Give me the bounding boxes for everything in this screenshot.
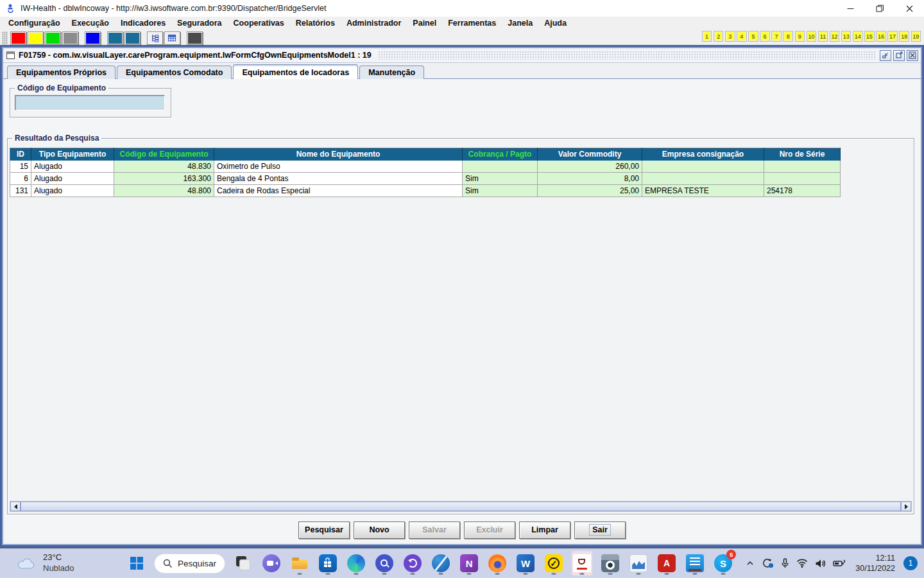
frame-close-icon[interactable] [907, 50, 918, 61]
menu-seguradora[interactable]: Seguradora [171, 19, 227, 28]
tab-equipamentos-de-locadoras[interactable]: Equipamentos de locadoras [233, 64, 358, 79]
acrobat-reader-taskbar-button[interactable]: A [656, 551, 677, 575]
green-tool-button[interactable] [45, 31, 61, 45]
shortcut-button-9[interactable]: 9 [795, 31, 805, 42]
onenote-taskbar-button[interactable]: N [459, 551, 479, 575]
taskbar-clock[interactable]: 12:11 30/11/2022 [855, 553, 895, 574]
tab-manutencao[interactable]: Manutenção [359, 66, 424, 79]
column-header-nome-do-equipamento[interactable]: Nome do Equipamento [214, 148, 463, 161]
column-header-nro-de-serie[interactable]: Nro de Série [764, 148, 841, 161]
shortcut-button-11[interactable]: 11 [818, 31, 828, 42]
shortcut-button-4[interactable]: 4 [737, 31, 747, 42]
notes-app-taskbar-button[interactable] [685, 551, 705, 575]
menu-relatorios[interactable]: Relatórios [290, 19, 341, 28]
scroll-right-icon[interactable] [901, 502, 911, 511]
shortcut-button-6[interactable]: 6 [760, 31, 770, 42]
teal-tool-button-2[interactable] [124, 31, 141, 45]
system-monitor-taskbar-button[interactable] [628, 551, 649, 575]
shortcut-button-15[interactable]: 15 [864, 31, 875, 42]
column-header-tipo-equipamento[interactable]: Tipo Equipamento [31, 148, 114, 161]
sair-button[interactable]: Sair [574, 521, 626, 539]
column-header-empresa-consignacao[interactable]: Empresa consignação [642, 148, 764, 161]
edge-browser-taskbar-button[interactable] [346, 551, 366, 575]
shortcut-button-17[interactable]: 17 [887, 31, 898, 42]
minimize-icon[interactable] [835, 0, 865, 17]
shortcut-button-3[interactable]: 3 [725, 31, 735, 42]
shortcut-button-18[interactable]: 18 [899, 31, 909, 42]
weather-widget[interactable]: 23°C Nublado [17, 552, 74, 574]
tray-battery-icon[interactable] [833, 559, 846, 568]
yellow-tool-button[interactable] [28, 31, 44, 45]
tray-sync-icon[interactable] [762, 558, 774, 569]
frame-minimize-icon[interactable] [880, 50, 891, 61]
taskbar-search[interactable]: Pesquisar [154, 554, 225, 574]
restore-icon[interactable] [865, 0, 894, 17]
arrow-circle-app-taskbar-button[interactable] [402, 551, 423, 575]
codigo-equipamento-input[interactable] [15, 95, 165, 110]
column-header-valor-commodity[interactable]: Valor Commodity [538, 148, 642, 161]
table-row[interactable]: 15Alugado48.830Oximetro de Pulso260,00 [10, 161, 841, 173]
blue-tool-button[interactable] [85, 31, 101, 45]
red-tool-button[interactable] [10, 31, 26, 45]
limpar-button[interactable]: Limpar [519, 521, 570, 539]
menu-administrador[interactable]: Administrador [341, 19, 407, 28]
menu-configuracao[interactable]: Configuração [3, 19, 66, 28]
shortcut-button-14[interactable]: 14 [853, 31, 863, 42]
close-icon[interactable] [894, 0, 924, 17]
shortcut-button-2[interactable]: 2 [714, 31, 724, 42]
menu-indicadores[interactable]: Indicadores [115, 19, 171, 28]
eye-app-taskbar-button[interactable] [600, 551, 620, 575]
shortcut-button-8[interactable]: 8 [783, 31, 793, 42]
pesquisar-button[interactable]: Pesquisar [298, 521, 350, 539]
java-app-taskbar-button[interactable] [572, 551, 592, 575]
shortcut-button-13[interactable]: 13 [841, 31, 851, 42]
table-row[interactable]: 131Alugado48.800Cadeira de Rodas Especia… [10, 185, 841, 197]
tree-view-icon[interactable] [147, 31, 163, 45]
menu-cooperativas[interactable]: Cooperativas [228, 19, 290, 28]
notification-count-badge[interactable]: 1 [903, 556, 918, 570]
quick-assist-taskbar-button[interactable] [374, 551, 395, 575]
word-taskbar-button[interactable]: W [515, 551, 536, 575]
toolbar-grip[interactable] [2, 31, 8, 44]
novo-button[interactable]: Novo [354, 521, 405, 539]
menu-ferramentas[interactable]: Ferramentas [442, 19, 502, 28]
teal-tool-button-1[interactable] [107, 31, 123, 45]
file-explorer-taskbar-button[interactable] [289, 551, 310, 575]
scroll-left-icon[interactable] [10, 502, 21, 511]
column-header-cobranca-pagto[interactable]: Cobrança / Pagto [463, 148, 538, 161]
menu-janela[interactable]: Janela [502, 19, 538, 28]
tray-microphone-icon[interactable] [781, 558, 789, 568]
column-header-id[interactable]: ID [10, 148, 31, 161]
shortcut-button-16[interactable]: 16 [876, 31, 886, 42]
shortcut-button-5[interactable]: 5 [748, 31, 758, 42]
menu-painel[interactable]: Painel [407, 19, 442, 28]
tray-chevron-up-icon[interactable] [746, 559, 755, 568]
microsoft-store-taskbar-button[interactable] [318, 551, 338, 575]
form-grid-icon[interactable] [164, 31, 180, 45]
scrollbar-thumb[interactable] [21, 502, 901, 511]
tab-equipamentos-comodato[interactable]: Equipamentos Comodato [117, 66, 232, 79]
shortcut-button-10[interactable]: 10 [807, 31, 817, 42]
menu-ajuda[interactable]: Ajuda [538, 19, 572, 28]
start-button[interactable] [127, 554, 146, 573]
gray-tool-button[interactable] [62, 31, 78, 45]
ticktick-taskbar-button[interactable]: ✓ [543, 551, 564, 575]
table-row[interactable]: 6Alugado163.300Bengala de 4 PontasSim8,0… [10, 173, 841, 185]
horizontal-scrollbar[interactable] [10, 501, 912, 512]
shortcut-button-19[interactable]: 19 [911, 31, 921, 42]
firefox-browser-taskbar-button[interactable] [487, 551, 508, 575]
shortcut-button-1[interactable]: 1 [702, 31, 712, 42]
darkgray-tool-button[interactable] [187, 31, 203, 45]
menu-execucao[interactable]: Execução [66, 19, 115, 28]
chat-taskbar-button[interactable] [261, 551, 282, 575]
pen-sphere-app-taskbar-button[interactable] [431, 551, 451, 575]
tray-volume-icon[interactable] [815, 559, 826, 568]
tab-equipamentos-proprios[interactable]: Equipamentos Próprios [7, 66, 116, 79]
task-view-taskbar-button[interactable] [233, 551, 253, 575]
skype-taskbar-button[interactable]: S5 [713, 551, 733, 575]
shortcut-button-12[interactable]: 12 [830, 31, 840, 42]
frame-maximize-icon[interactable] [893, 50, 905, 61]
tray-wifi-icon[interactable] [796, 559, 808, 568]
column-header-codigo-de-equipamento[interactable]: Código de Equipamento [114, 148, 214, 161]
shortcut-button-7[interactable]: 7 [771, 31, 782, 42]
